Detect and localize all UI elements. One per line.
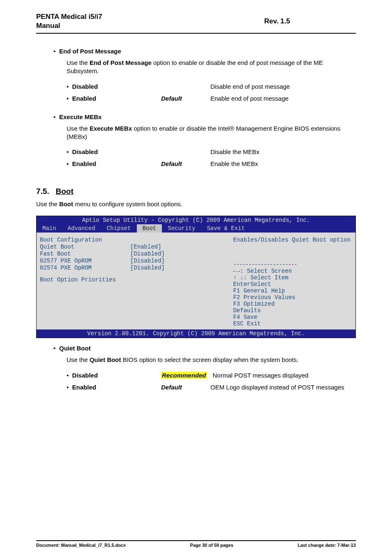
bullet-icon: • <box>67 83 69 90</box>
option-tag-recommended: Recommended <box>161 372 207 379</box>
bullet-icon: • <box>67 384 69 391</box>
bios-title-bar: Aptio Setup Utility - Copyright (C) 2009… <box>37 216 355 224</box>
heading-title: Boot <box>56 187 74 196</box>
qb-option-enabled: • Enabled Default OEM Logo displayed ins… <box>67 384 356 391</box>
bios-key-hint: F2 Previous Values <box>233 294 352 301</box>
bullet-icon: • <box>67 372 69 379</box>
bullet-icon: • <box>53 113 59 120</box>
option-name: Disabled <box>72 83 98 90</box>
qb-description: Use the Quiet Boot BIOS option to select… <box>67 356 356 364</box>
page-footer: Document: Manual_Medical_i7_R1.5.docx Pa… <box>36 540 356 548</box>
bios-tab-chipset: Chipset <box>101 224 137 233</box>
option-tag <box>161 148 210 155</box>
bios-key-hint: ↑ ↓: Select Item <box>233 274 352 281</box>
section-execute-mebx: • Execute MEBx <box>53 113 356 120</box>
bullet-icon: • <box>67 95 69 102</box>
header-title-line1: PENTA Medical i5/i7 <box>36 13 102 21</box>
option-tag: Default <box>161 95 210 102</box>
boot-intro: Use the Boot menu to configure system bo… <box>36 200 356 208</box>
mebx-title: Execute MEBx <box>59 113 101 120</box>
qb-title: Quiet Boot <box>59 345 91 352</box>
bios-help-text: Enables/Disables Quiet Boot option <box>233 237 352 243</box>
bios-row: Quiet Boot[Enabled] <box>40 244 233 250</box>
bios-tab-save-exit: Save & Exit <box>201 224 250 233</box>
bios-screenshot: Aptio Setup Utility - Copyright (C) 2009… <box>36 216 356 338</box>
option-desc: Enable end of post message <box>210 95 356 102</box>
option-name: Enabled <box>72 160 96 167</box>
bios-tab-boot: Boot <box>137 224 162 233</box>
bullet-icon: • <box>67 160 69 167</box>
option-name: Enabled <box>72 384 96 391</box>
page-header: PENTA Medical i5/i7 Manual Rev. 1.5 <box>36 12 356 34</box>
header-title: PENTA Medical i5/i7 Manual <box>36 12 102 30</box>
eop-title: End of Post Message <box>59 48 121 55</box>
bullet-icon: • <box>53 48 59 55</box>
footer-date: Last change date: 7-Mar-13 <box>297 543 356 548</box>
header-revision: Rev. 1.5 <box>264 17 290 25</box>
bios-key-hint: F1 General Help <box>233 288 352 294</box>
bios-key-hint: Defaults <box>233 307 352 314</box>
option-name: Disabled <box>72 372 98 379</box>
option-desc: Enable the MEBx <box>210 160 356 167</box>
option-desc: Disable end of post message <box>210 83 356 90</box>
bios-tab-advanced: Advanced <box>62 224 101 233</box>
eop-description: Use the End of Post Message option to en… <box>67 59 356 76</box>
footer-page: Page 30 of 59 pages <box>190 543 233 548</box>
section-end-of-post: • End of Post Message <box>53 48 356 55</box>
bios-subheading: Boot Option Priorities <box>40 276 233 283</box>
bios-divider: --------------------- <box>233 261 352 268</box>
option-desc: Normal POST messages displayed <box>213 372 356 379</box>
option-tag: Default <box>161 384 210 391</box>
bios-key-hint: F3 Optimized <box>233 301 352 307</box>
mebx-description: Use the Execute MEBx option to enable or… <box>67 124 356 141</box>
bullet-icon: • <box>67 148 69 155</box>
bios-tab-bar: Main Advanced Chipset Boot Security Save… <box>37 224 355 233</box>
bios-key-hint: ESC Exit <box>233 320 352 327</box>
heading-number: 7.5. <box>36 187 49 196</box>
section-quiet-boot: • Quiet Boot <box>53 345 356 352</box>
bios-left-pane: Boot Configuration Quiet Boot[Enabled] F… <box>40 237 233 327</box>
bios-right-pane: Enables/Disables Quiet Boot option -----… <box>233 237 352 327</box>
eop-option-disabled: • Disabled Disable end of post message <box>67 83 356 90</box>
bios-tab-main: Main <box>37 224 62 233</box>
mebx-option-enabled: • Enabled Default Enable the MEBx <box>67 160 356 167</box>
bios-section-heading: Boot Configuration <box>40 237 233 243</box>
eop-option-enabled: • Enabled Default Enable end of post mes… <box>67 95 356 102</box>
option-name: Disabled <box>72 148 98 155</box>
option-name: Enabled <box>72 95 96 102</box>
bios-key-hint: F4 Save <box>233 314 352 320</box>
mebx-option-disabled: • Disabled Disable the MEBx <box>67 148 356 155</box>
bios-row: Fast Boot[Disabled] <box>40 251 233 257</box>
option-desc: OEM Logo displayed instead of POST messa… <box>210 384 356 391</box>
heading-boot: 7.5. Boot <box>36 187 356 196</box>
qb-option-disabled: • Disabled Recommended Normal POST messa… <box>67 372 356 379</box>
option-tag <box>161 83 210 90</box>
footer-document: Document: Manual_Medical_i7_R1.5.docx <box>36 543 126 548</box>
header-title-line2: Manual <box>36 22 60 30</box>
option-desc: Disable the MEBx <box>210 148 356 155</box>
bios-key-hint: ←→: Select Screen <box>233 268 352 274</box>
bios-footer-bar: Version 2.00.1201. Copyright (C) 2009 Am… <box>37 329 355 338</box>
bios-row: 82574 PXE OpROM[Disabled] <box>40 265 233 271</box>
bios-tab-security: Security <box>162 224 201 233</box>
bios-row: 82577 PXE OpROM[Disabled] <box>40 258 233 264</box>
option-tag: Default <box>161 160 210 167</box>
bios-key-hint: EnterSelect <box>233 281 352 288</box>
bullet-icon: • <box>53 345 59 352</box>
